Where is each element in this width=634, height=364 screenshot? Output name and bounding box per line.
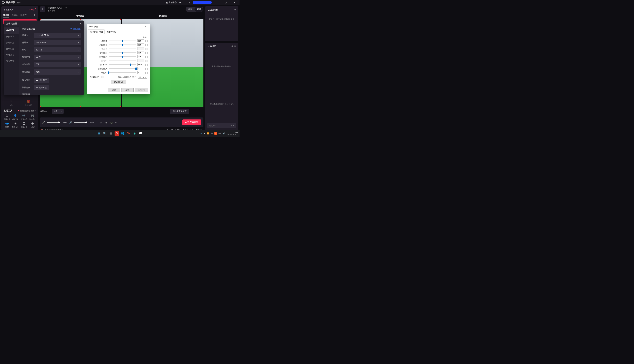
maximize-button[interactable]: ▢ [223,0,229,5]
resolution-select[interactable]: 1920x1080▾ [34,40,81,45]
minimize-button[interactable]: — [214,0,220,5]
cancel-button[interactable]: 取消 [121,88,134,92]
landscape-option[interactable]: 横屏 [186,7,195,12]
stream-category[interactable]: 未选分类 [48,10,67,12]
screenshot-icon[interactable]: ⎙ [100,121,103,124]
tools-link[interactable]: 粉丝团更新至 全部› [18,110,36,112]
tray-clock[interactable]: 13:11 2023/5/16/周二 [227,132,238,135]
prop-slider[interactable] [109,40,136,41]
message-input[interactable] [209,124,227,126]
guide-mode-button[interactable]: ⇄导播 [29,8,36,11]
close-button[interactable]: ✕ [231,0,238,5]
edge-icon[interactable]: ◉ [133,131,137,136]
scene-tab[interactable]: 场景四 [3,13,9,18]
prop-auto-checkbox[interactable] [145,44,148,46]
menu-icon[interactable]: ≡ [188,1,191,4]
popout-icon[interactable]: ⧉ [234,8,236,11]
cam-tab-effects[interactable]: 特效道具 [4,52,19,58]
camera-icon[interactable]: 📷 [110,121,113,124]
portrait-option[interactable]: 竖屏 [195,7,203,12]
tool-commerce[interactable]: 🛒抖音电商 [20,114,28,120]
colorrange-select[interactable]: 局部▾ [34,69,81,74]
prop-slider[interactable] [109,44,136,45]
powerline-select[interactable]: 60 Hz▾ [138,76,147,78]
speaker-icon[interactable]: 🔊 [69,121,72,124]
add-source-wish[interactable]: ♡心愿 [3,100,19,106]
prop-slider[interactable] [109,56,136,57]
user-pill[interactable] [193,1,212,4]
chrome-icon[interactable]: 🌐 [121,131,125,136]
prop-slider[interactable] [109,72,136,73]
tray-shield-icon[interactable]: 🛡 [200,132,202,134]
start-stream-button[interactable]: 申请开播权限 [182,120,201,126]
speaker-volume-slider[interactable] [74,122,87,123]
default-button[interactable]: 默认值(D) [111,80,126,84]
adjust-quality-link[interactable]: ☳调整画质 [70,28,81,31]
format-select[interactable]: YUY2▾ [34,54,81,60]
edit-scene-button[interactable]: ✎ [40,6,45,12]
tool-admin[interactable]: 👥管理员 [3,122,11,128]
help-icon[interactable]: ? [184,1,186,4]
cam-tab-basic[interactable]: 基础设置 [4,28,19,34]
mic-icon[interactable]: 🎤 [42,121,45,124]
record-icon[interactable]: ◉ [105,121,108,124]
prop-auto-checkbox[interactable] [145,72,148,74]
prop-auto-checkbox[interactable] [145,68,148,70]
add-source-gift[interactable]: 🎁礼物设置 [20,100,37,106]
settings-icon[interactable]: ⚙ [231,45,233,47]
scene-tab[interactable]: 场景六 [21,13,27,18]
settings-icon[interactable]: ⚙ [115,121,118,124]
popout-icon[interactable]: ⧉ [234,45,236,47]
fps-select[interactable]: 30 FPS▾ [34,47,81,52]
tray-sogou-icon[interactable]: S [214,132,217,135]
scene-mode-select[interactable]: 常规模式▾ [4,8,13,11]
cam-tab-makeup[interactable]: 美妆设置 [4,40,19,46]
prop-slider[interactable] [109,52,136,53]
transition-select[interactable]: 淡入▾ [52,109,64,114]
stream-title[interactable]: 标题还没有想好~ [48,6,64,9]
tray-wifi-icon[interactable]: 📶 [207,132,209,134]
search-button[interactable]: 🔍 [103,131,107,136]
add-scene-button[interactable]: ＋ [33,13,36,18]
cam-tab-filter[interactable]: 滤镜设置 [4,46,19,52]
send-button[interactable]: 发送 [231,124,234,127]
prop-value[interactable] [137,55,144,58]
prop-value[interactable] [137,67,144,70]
app-icon[interactable]: O [115,131,119,136]
prop-auto-checkbox[interactable] [145,40,148,42]
tool-avatar[interactable]: 👤虚拟形象 [11,114,20,120]
start-button[interactable]: ⊞ [97,131,101,136]
prop-value[interactable] [137,71,144,74]
prop-value[interactable] [137,40,144,42]
edit-title-icon[interactable]: ✎ [65,6,67,9]
prop-slider[interactable] [109,68,136,69]
tab-video-procamp[interactable]: 视频 Proc Amp [88,30,105,34]
prop-auto-checkbox[interactable] [145,52,148,54]
prop-slider[interactable] [109,64,136,65]
wechat-icon[interactable]: 💬 [138,131,143,136]
ok-button[interactable]: 确定 [108,88,120,92]
tool-startask[interactable]: ✦星图任务 [11,122,20,128]
task-view-button[interactable]: ▤ [109,131,113,136]
cam-tab-beauty[interactable]: 美颜设置 [4,34,19,40]
tool-greenscreen[interactable]: 🖵绿幕大屏 [20,122,28,128]
tool-miniapp[interactable]: ✳小程序 [28,122,37,128]
tab-camera-control[interactable]: 照相机控制 [105,30,118,34]
flip-horizontal-button[interactable]: ⇋水平翻转 [34,78,49,83]
mic-volume-slider[interactable] [47,122,60,123]
scene-tab[interactable]: 场景五 [12,13,18,18]
camera-panel-close-button[interactable]: ✕ [80,22,82,25]
cam-tab-lens[interactable]: 镜头特效 [4,58,19,64]
tray-onedrive-icon[interactable]: ☁ [203,132,205,134]
tray-ime-icon[interactable]: 中 [211,132,213,135]
camera-select[interactable]: Logitech BRIO▾ [34,33,81,38]
prop-auto-checkbox[interactable] [145,56,148,58]
sync-to-program-button[interactable]: 同步至直播画面 [170,109,189,114]
tool-stream-settings[interactable]: ⬡直播设置 [3,114,11,120]
dialog-close-button[interactable]: ✕ [143,26,148,28]
tray-expand-icon[interactable]: ˄ [197,132,198,134]
wps-icon[interactable]: W [127,131,131,136]
tool-game-promo[interactable]: 🎮游戏推广 [28,114,37,120]
tray-keyboard-icon[interactable]: ⌨ [219,132,221,134]
tray-volume-icon[interactable]: 🔊 [223,132,225,134]
